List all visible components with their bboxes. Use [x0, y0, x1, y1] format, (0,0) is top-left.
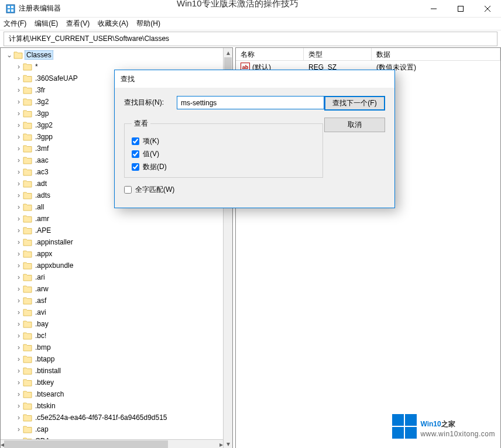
- tree-node[interactable]: ›.APE: [4, 225, 223, 236]
- svg-rect-1: [8, 6, 10, 8]
- chevron-right-icon[interactable]: ›: [15, 425, 23, 433]
- tree-node[interactable]: ›.avi: [4, 306, 223, 318]
- tree-label: .btsearch: [34, 390, 65, 398]
- scroll-up-icon[interactable]: ▴: [224, 48, 232, 57]
- menu-file[interactable]: 文件(F): [4, 19, 26, 29]
- tree-label: .bay: [34, 320, 50, 328]
- tree-label: .APE: [34, 226, 52, 235]
- tree-node-root[interactable]: ⌄Classes: [4, 49, 223, 61]
- chevron-right-icon[interactable]: ›: [15, 238, 23, 246]
- tree-node[interactable]: ›.appinstaller: [4, 236, 223, 248]
- tree-node[interactable]: ›.cap: [4, 423, 223, 435]
- col-name[interactable]: 名称: [236, 48, 304, 60]
- tree-node[interactable]: ›.appx: [4, 248, 223, 260]
- tree-node[interactable]: ›.btsearch: [4, 388, 223, 400]
- chevron-right-icon[interactable]: ›: [15, 261, 23, 270]
- minimize-button[interactable]: [420, 0, 447, 17]
- chevron-right-icon[interactable]: ›: [15, 250, 23, 258]
- chevron-right-icon[interactable]: ›: [15, 378, 23, 387]
- chevron-right-icon[interactable]: ›: [15, 180, 23, 188]
- find-target-input[interactable]: [177, 96, 324, 109]
- check-keys-input[interactable]: [132, 137, 139, 145]
- check-keys[interactable]: 项(K): [132, 136, 315, 146]
- tree-node[interactable]: ›.ari: [4, 271, 223, 283]
- tree-label: .cap: [34, 425, 50, 433]
- cancel-button[interactable]: 取消: [324, 118, 385, 132]
- check-whole-input[interactable]: [124, 186, 132, 194]
- tree-node[interactable]: ›.bmp: [4, 342, 223, 353]
- dialog-title: 查找: [115, 70, 394, 88]
- chevron-right-icon[interactable]: ›: [15, 86, 23, 94]
- look-at-legend: 查看: [132, 119, 150, 129]
- tree-node[interactable]: ›.bay: [4, 318, 223, 330]
- chevron-right-icon[interactable]: ›: [15, 133, 23, 141]
- tree-node[interactable]: ›.arw: [4, 283, 223, 295]
- chevron-right-icon[interactable]: ›: [15, 390, 23, 398]
- tree-node[interactable]: ›.btapp: [4, 353, 223, 365]
- chevron-right-icon[interactable]: ›: [15, 215, 23, 223]
- tree-label: .amr: [34, 215, 50, 223]
- chevron-right-icon[interactable]: ›: [15, 413, 23, 422]
- tree-node[interactable]: ›.amr: [4, 213, 223, 225]
- chevron-right-icon[interactable]: ›: [15, 74, 23, 82]
- check-data[interactable]: 数据(D): [132, 162, 315, 172]
- tree-label: .3fr: [34, 86, 46, 94]
- tree-label: .ac3: [34, 168, 50, 176]
- chevron-right-icon[interactable]: ›: [15, 273, 23, 281]
- tree-node[interactable]: ›.btkey: [4, 377, 223, 388]
- chevron-right-icon[interactable]: ›: [15, 285, 23, 293]
- tree-node[interactable]: ›.c5e2524a-ea46-4f67-841f-6a9465d9d515: [4, 412, 223, 423]
- address-bar[interactable]: 计算机\HKEY_CURRENT_USER\Software\Classes: [4, 32, 497, 46]
- scroll-right-icon[interactable]: ▸: [219, 440, 223, 448]
- scroll-thumb-h[interactable]: [4, 440, 168, 448]
- watermark-brand: Win10之家: [420, 415, 495, 430]
- menu-view[interactable]: 查看(V): [66, 19, 90, 29]
- tree-node[interactable]: ›.btskin: [4, 400, 223, 412]
- svg-rect-4: [11, 9, 13, 12]
- chevron-right-icon[interactable]: ›: [15, 320, 23, 328]
- col-data[interactable]: 数据: [372, 48, 500, 60]
- tree-label: .appinstaller: [34, 238, 74, 246]
- chevron-right-icon[interactable]: ›: [15, 121, 23, 129]
- find-target-label: 查找目标(N):: [124, 98, 177, 108]
- tree-node[interactable]: ›.asf: [4, 295, 223, 306]
- check-whole-label: 全字匹配(W): [135, 185, 174, 195]
- chevron-right-icon[interactable]: ›: [15, 226, 23, 235]
- chevron-right-icon[interactable]: ›: [15, 332, 23, 340]
- check-whole[interactable]: 全字匹配(W): [124, 185, 324, 195]
- check-values[interactable]: 值(V): [132, 149, 315, 159]
- chevron-right-icon[interactable]: ›: [15, 367, 23, 375]
- tree-label: .btskin: [34, 402, 57, 410]
- tree-horizontal-scrollbar[interactable]: ◂ ▸: [1, 439, 223, 448]
- tree-node[interactable]: ›.appxbundle: [4, 260, 223, 271]
- chevron-right-icon[interactable]: ›: [15, 109, 23, 118]
- chevron-right-icon[interactable]: ›: [15, 98, 23, 106]
- check-data-input[interactable]: [132, 163, 139, 171]
- chevron-down-icon[interactable]: ⌄: [5, 51, 13, 59]
- check-values-input[interactable]: [132, 150, 139, 158]
- chevron-right-icon[interactable]: ›: [15, 191, 23, 199]
- scroll-down-icon[interactable]: ▾: [224, 439, 232, 448]
- tree-label: .asf: [34, 297, 47, 305]
- chevron-right-icon[interactable]: ›: [15, 402, 23, 410]
- chevron-right-icon[interactable]: ›: [15, 63, 23, 71]
- chevron-right-icon[interactable]: ›: [15, 144, 23, 153]
- chevron-right-icon[interactable]: ›: [15, 156, 23, 164]
- tree-node[interactable]: ›.btinstall: [4, 365, 223, 377]
- chevron-right-icon[interactable]: ›: [15, 343, 23, 351]
- menu-edit[interactable]: 编辑(E): [35, 19, 58, 29]
- maximize-button[interactable]: [447, 0, 474, 17]
- chevron-right-icon[interactable]: ›: [15, 168, 23, 176]
- tree-label: .ari: [34, 273, 46, 281]
- col-type[interactable]: 类型: [304, 48, 372, 60]
- chevron-right-icon[interactable]: ›: [15, 308, 23, 316]
- close-button[interactable]: [474, 0, 501, 17]
- tree-node[interactable]: ›.bc!: [4, 330, 223, 342]
- chevron-right-icon[interactable]: ›: [15, 355, 23, 363]
- chevron-right-icon[interactable]: ›: [15, 297, 23, 305]
- menu-help[interactable]: 帮助(H): [136, 19, 160, 29]
- find-next-button[interactable]: 查找下一个(F): [324, 96, 385, 111]
- chevron-right-icon[interactable]: ›: [15, 203, 23, 211]
- tree-label: .appx: [34, 250, 53, 258]
- menu-favorites[interactable]: 收藏夹(A): [98, 19, 128, 29]
